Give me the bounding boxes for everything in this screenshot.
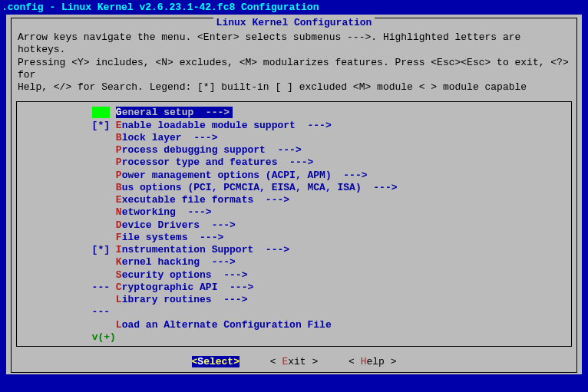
menu-item[interactable]: Library routines ---> — [20, 294, 568, 306]
hotkey: L — [116, 319, 122, 331]
hotkey: B — [116, 132, 122, 143]
select-button[interactable]: <Select> — [192, 356, 239, 367]
menu-list: General setup ---> [*] Enable loadable m… — [16, 101, 572, 347]
hotkey: I — [116, 244, 122, 255]
hotkey: F — [116, 232, 122, 243]
hotkey: E — [116, 194, 122, 206]
menu-item[interactable]: Kernel hacking ---> — [20, 256, 568, 268]
hotkey: G — [116, 107, 122, 118]
help-button[interactable]: < Help > — [349, 356, 396, 367]
menu-item[interactable]: --- Cryptographic API ---> — [20, 282, 568, 294]
help-text: Arrow keys navigate the menu. <Enter> se… — [15, 28, 573, 101]
hotkey: C — [116, 282, 122, 293]
menu-item[interactable]: [*] Instrumentation Support ---> — [20, 244, 568, 256]
menu-item[interactable]: General setup ---> — [20, 107, 568, 119]
menu-item[interactable]: Processor type and features ---> — [20, 156, 568, 169]
hotkey: K — [116, 256, 122, 268]
menu-item[interactable]: --- — [20, 306, 568, 318]
menu-item[interactable]: Load an Alternate Configuration File — [20, 319, 568, 331]
menu-item[interactable]: Power management options (ACPI, APM) ---… — [20, 170, 568, 182]
menu-item[interactable]: Executable file formats ---> — [20, 194, 568, 206]
menu-item[interactable]: [*] Enable loadable module support ---> — [20, 120, 568, 132]
hotkey: B — [116, 182, 122, 193]
menu-item[interactable]: Device Drivers ---> — [20, 219, 568, 232]
exit-button[interactable]: < Exit > — [270, 356, 318, 367]
config-dialog: Linux Kernel Configuration Arrow keys na… — [6, 15, 582, 374]
hotkey: P — [116, 156, 122, 168]
window-title: .config - Linux Kernel v2.6.23.1-42.fc8 … — [0, 0, 588, 15]
hotkey: N — [116, 206, 122, 218]
button-bar: <Select> < Exit > < Help > — [15, 348, 573, 372]
hotkey: P — [116, 170, 122, 181]
menu-item[interactable]: Security options ---> — [20, 269, 568, 282]
menu-item[interactable]: Bus options (PCI, PCMCIA, EISA, MCA, ISA… — [20, 182, 568, 194]
hotkey: S — [116, 269, 122, 281]
menu-item[interactable]: Networking ---> — [20, 206, 568, 219]
menu-item[interactable]: Process debugging support ---> — [20, 144, 568, 156]
hotkey: P — [116, 144, 122, 156]
more-indicator: v(+) — [20, 331, 568, 343]
dialog-title: Linux Kernel Configuration — [15, 17, 573, 28]
hotkey: L — [116, 294, 122, 305]
hotkey: E — [116, 120, 122, 131]
menu-item[interactable]: Block layer ---> — [20, 132, 568, 144]
menu-item[interactable]: File systems ---> — [20, 232, 568, 244]
hotkey: D — [116, 219, 122, 231]
